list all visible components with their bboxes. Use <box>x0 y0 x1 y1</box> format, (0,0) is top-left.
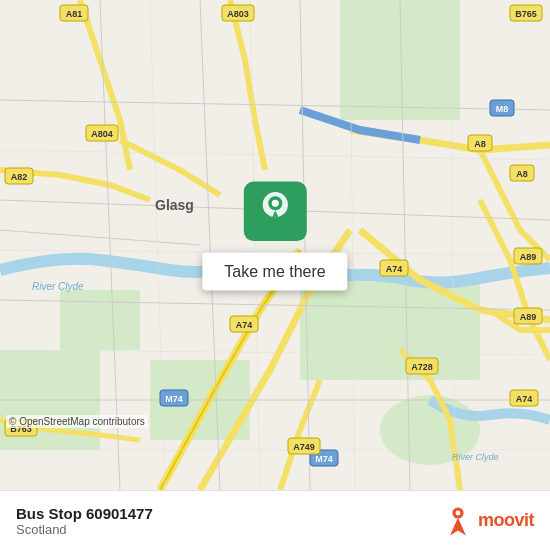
svg-text:M74: M74 <box>315 454 333 464</box>
moovit-logo: moovit <box>442 505 534 537</box>
svg-text:River Clyde: River Clyde <box>452 452 499 462</box>
svg-text:A803: A803 <box>227 9 249 19</box>
svg-text:A89: A89 <box>520 252 537 262</box>
moovit-icon <box>442 505 474 537</box>
svg-text:A749: A749 <box>293 442 315 452</box>
moovit-text: moovit <box>478 510 534 531</box>
svg-text:B765: B765 <box>515 9 537 19</box>
svg-text:A82: A82 <box>11 172 28 182</box>
bottom-info: Bus Stop 60901477 Scotland <box>16 505 153 537</box>
svg-text:River Clyde: River Clyde <box>32 281 84 292</box>
svg-point-69 <box>456 510 461 515</box>
svg-rect-3 <box>60 290 140 350</box>
bottom-bar: Bus Stop 60901477 Scotland moovit <box>0 490 550 550</box>
svg-text:A74: A74 <box>386 264 403 274</box>
svg-point-67 <box>271 200 278 207</box>
svg-text:A89: A89 <box>520 312 537 322</box>
svg-text:Glasg: Glasg <box>155 197 194 213</box>
svg-text:A74: A74 <box>516 394 533 404</box>
map-container: A81 A803 B765 A82 A804 M8 A8 A8 A89 A89 … <box>0 0 550 490</box>
svg-text:M8: M8 <box>496 104 509 114</box>
take-me-there-button[interactable]: Take me there <box>202 253 347 291</box>
location-pin-icon <box>240 177 310 257</box>
svg-text:M74: M74 <box>165 394 183 404</box>
svg-text:A8: A8 <box>516 169 528 179</box>
svg-text:A804: A804 <box>91 129 113 139</box>
svg-text:A728: A728 <box>411 362 433 372</box>
map-attribution: © OpenStreetMap contributors <box>6 415 148 428</box>
svg-text:A81: A81 <box>66 9 83 19</box>
svg-text:A74: A74 <box>236 320 253 330</box>
region-label: Scotland <box>16 522 153 537</box>
svg-text:A8: A8 <box>474 139 486 149</box>
svg-rect-7 <box>380 60 460 120</box>
bus-stop-label: Bus Stop 60901477 <box>16 505 153 522</box>
popup-overlay: Take me there <box>202 177 347 291</box>
